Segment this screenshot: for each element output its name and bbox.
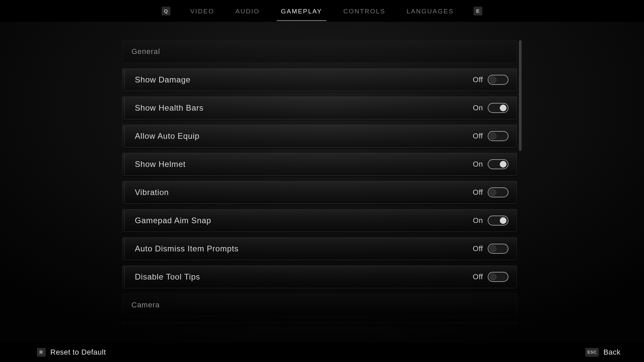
settings-tabbar: Q VIDEO AUDIO GAMEPLAY CONTROLS LANGUAGE…: [0, 0, 644, 22]
toggle-state-text: On: [473, 104, 483, 112]
tab-video[interactable]: VIDEO: [189, 1, 216, 21]
section-title: Camera: [131, 301, 160, 309]
toggle-state-text: On: [473, 216, 483, 225]
footer-bar: R Reset to Default ESC Back: [0, 343, 644, 362]
reset-key-hint: R: [37, 348, 46, 357]
row-label: Show Helmet: [135, 160, 186, 169]
prev-tab-key-hint: Q: [162, 7, 170, 15]
toggle-gamepad-aim-snap[interactable]: [488, 216, 508, 226]
row-camera-first[interactable]: [122, 322, 517, 327]
toggle-allow-auto-equip[interactable]: [488, 131, 508, 141]
row-label: Vibration: [135, 188, 169, 197]
section-title: General: [131, 47, 160, 56]
settings-scroll-area[interactable]: General Show Damage Off Show Health Bars…: [122, 40, 522, 327]
toggle-vibration[interactable]: [488, 187, 508, 197]
toggle-state-text: Off: [473, 75, 483, 84]
row-label: Gamepad Aim Snap: [135, 216, 211, 225]
row-show-helmet[interactable]: Show Helmet On: [122, 153, 517, 176]
tab-controls[interactable]: CONTROLS: [342, 1, 387, 21]
settings-list: General Show Damage Off Show Health Bars…: [122, 40, 517, 327]
row-gamepad-aim-snap[interactable]: Gamepad Aim Snap On: [122, 209, 517, 232]
reset-label: Reset to Default: [50, 348, 106, 357]
reset-to-default-button[interactable]: R Reset to Default: [37, 348, 106, 357]
row-auto-dismiss-item-prompts[interactable]: Auto Dismiss Item Prompts Off: [122, 237, 517, 260]
settings-stage: General Show Damage Off Show Health Bars…: [0, 22, 644, 343]
back-button[interactable]: ESC Back: [585, 348, 621, 357]
row-label: Show Damage: [135, 75, 191, 84]
toggle-state-text: Off: [473, 244, 483, 253]
toggle-show-damage[interactable]: [488, 75, 508, 85]
tab-gameplay[interactable]: GAMEPLAY: [279, 1, 323, 21]
row-disable-tool-tips[interactable]: Disable Tool Tips Off: [122, 265, 517, 288]
toggle-state-text: Off: [473, 132, 483, 140]
toggle-show-helmet[interactable]: [488, 159, 508, 169]
row-label: Show Health Bars: [135, 103, 204, 113]
row-label: Allow Auto Equip: [135, 131, 200, 141]
row-label: Disable Tool Tips: [135, 272, 200, 282]
toggle-disable-tool-tips[interactable]: [488, 272, 508, 282]
toggle-show-health-bars[interactable]: [488, 103, 508, 113]
next-tab-key-hint: E: [474, 7, 482, 15]
row-show-health-bars[interactable]: Show Health Bars On: [122, 97, 517, 119]
scrollbar-thumb[interactable]: [519, 40, 522, 151]
toggle-state-text: Off: [473, 273, 483, 281]
tab-languages[interactable]: LANGUAGES: [405, 1, 455, 21]
row-show-damage[interactable]: Show Damage Off: [122, 68, 517, 91]
toggle-state-text: On: [473, 160, 483, 169]
toggle-auto-dismiss-item-prompts[interactable]: [488, 244, 508, 254]
section-header-camera: Camera: [122, 294, 517, 316]
row-allow-auto-equip[interactable]: Allow Auto Equip Off: [122, 125, 517, 147]
row-label: Auto Dismiss Item Prompts: [135, 244, 238, 253]
section-header-general: General: [122, 40, 517, 63]
back-key-hint: ESC: [585, 348, 599, 357]
back-label: Back: [603, 348, 621, 357]
tab-audio[interactable]: AUDIO: [234, 1, 261, 21]
toggle-state-text: Off: [473, 188, 483, 197]
row-vibration[interactable]: Vibration Off: [122, 181, 517, 204]
